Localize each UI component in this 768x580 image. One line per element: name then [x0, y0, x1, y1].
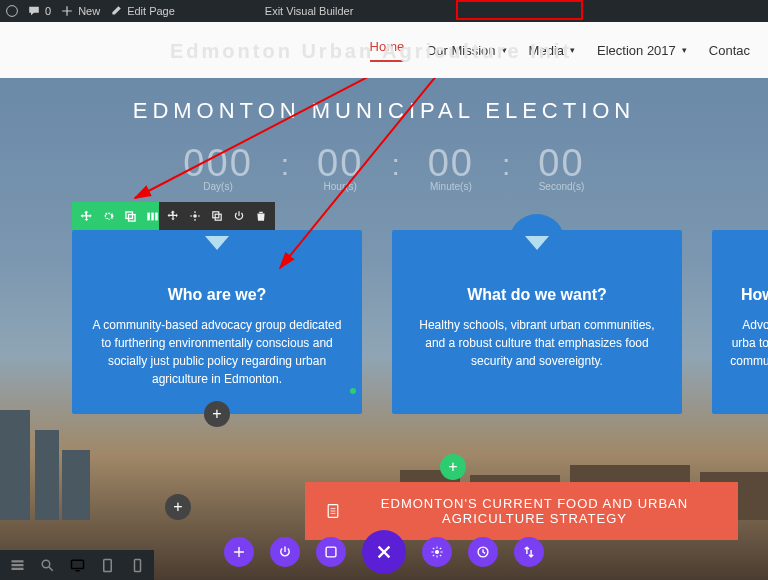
card-body: Advocating urba to bring to communities … [730, 316, 768, 370]
save-button[interactable] [316, 537, 346, 567]
tablet-icon[interactable] [98, 556, 116, 574]
days-num: 000 [183, 142, 252, 185]
settings-button[interactable] [422, 537, 452, 567]
strategy-text: EDMONTON'S CURRENT FOOD AND URBAN AGRICU… [351, 496, 718, 526]
portability-button[interactable] [514, 537, 544, 567]
comments-link[interactable]: 0 [28, 5, 51, 17]
card-body: A community-based advocacy group dedicat… [90, 316, 344, 388]
view-toolbar [0, 550, 154, 580]
election-title: EDMONTON MUNICIPAL ELECTION [0, 78, 768, 124]
card-title: What do we want? [410, 286, 664, 304]
hero-section: EDMONTON MUNICIPAL ELECTION 000Day(s) : … [0, 78, 768, 580]
svg-line-20 [49, 567, 53, 571]
settings-icon[interactable] [185, 206, 205, 226]
svg-rect-5 [155, 212, 158, 220]
add-section-button[interactable]: + [440, 454, 466, 480]
history-button[interactable] [468, 537, 498, 567]
svg-rect-8 [215, 214, 221, 220]
wp-logo[interactable] [6, 5, 18, 17]
nav-media[interactable]: Media [529, 43, 575, 58]
svg-rect-18 [11, 567, 23, 569]
svg-point-19 [42, 560, 50, 568]
svg-rect-21 [71, 560, 83, 568]
close-builder-button[interactable] [362, 530, 406, 574]
svg-rect-23 [103, 559, 111, 571]
svg-rect-17 [11, 564, 23, 566]
svg-point-0 [7, 6, 18, 17]
card-want[interactable]: What do we want? Healthy schools, vibran… [392, 230, 682, 414]
wp-admin-bar: 0 New Edit Page Exit Visual Builder [0, 0, 768, 22]
nav-home[interactable]: Home [370, 39, 405, 62]
card-who[interactable]: Who are we? A community-based advocacy g… [72, 230, 362, 414]
card-body: Healthy schools, vibrant urban communiti… [410, 316, 664, 370]
nav-contact[interactable]: Contac [709, 43, 750, 58]
new-link[interactable]: New [61, 5, 100, 17]
move-icon[interactable] [76, 206, 96, 226]
hours-num: 00 [317, 142, 363, 185]
card-how[interactable]: How car Advocating urba to bring to comm… [712, 230, 768, 414]
comments-count: 0 [45, 5, 51, 17]
exit-visual-builder[interactable]: Exit Visual Builder [265, 5, 353, 17]
svg-rect-7 [213, 212, 219, 218]
cards-row: Who are we? A community-based advocacy g… [72, 230, 768, 414]
delete-icon[interactable] [251, 206, 271, 226]
edit-page-link[interactable]: Edit Page [110, 5, 175, 17]
builder-bottom-bar [224, 530, 544, 580]
add-row-button[interactable]: + [165, 494, 191, 520]
svg-point-6 [193, 214, 197, 218]
power-button[interactable] [270, 537, 300, 567]
card-title: How car [730, 286, 768, 304]
triangle-icon [509, 214, 565, 270]
move-icon[interactable] [163, 206, 183, 226]
desktop-icon[interactable] [68, 556, 86, 574]
site-nav: Edmonton Urban Agriculture Init Home Our… [0, 22, 768, 78]
svg-rect-4 [151, 212, 154, 220]
seconds-num: 00 [538, 142, 584, 185]
minutes-num: 00 [428, 142, 474, 185]
svg-rect-3 [147, 212, 150, 220]
svg-rect-13 [326, 547, 336, 557]
nav-mission[interactable]: Our Mission [426, 43, 506, 58]
settings-icon[interactable] [98, 206, 118, 226]
duplicate-icon[interactable] [207, 206, 227, 226]
svg-point-14 [435, 550, 439, 554]
add-button[interactable] [224, 537, 254, 567]
svg-rect-16 [11, 560, 23, 562]
phone-icon[interactable] [128, 556, 146, 574]
nav-election[interactable]: Election 2017 [597, 43, 687, 58]
wireframe-icon[interactable] [8, 556, 26, 574]
power-icon[interactable] [229, 206, 249, 226]
countdown: 000Day(s) : 00Hour(s) : 00Minute(s) : 00… [0, 142, 768, 192]
add-module-button[interactable]: + [204, 401, 230, 427]
zoom-icon[interactable] [38, 556, 56, 574]
duplicate-icon[interactable] [120, 206, 140, 226]
resize-handle[interactable] [350, 388, 356, 394]
module-toolbar [159, 202, 275, 230]
clipboard-icon [325, 503, 341, 519]
card-title: Who are we? [90, 286, 344, 304]
svg-rect-24 [134, 559, 140, 571]
